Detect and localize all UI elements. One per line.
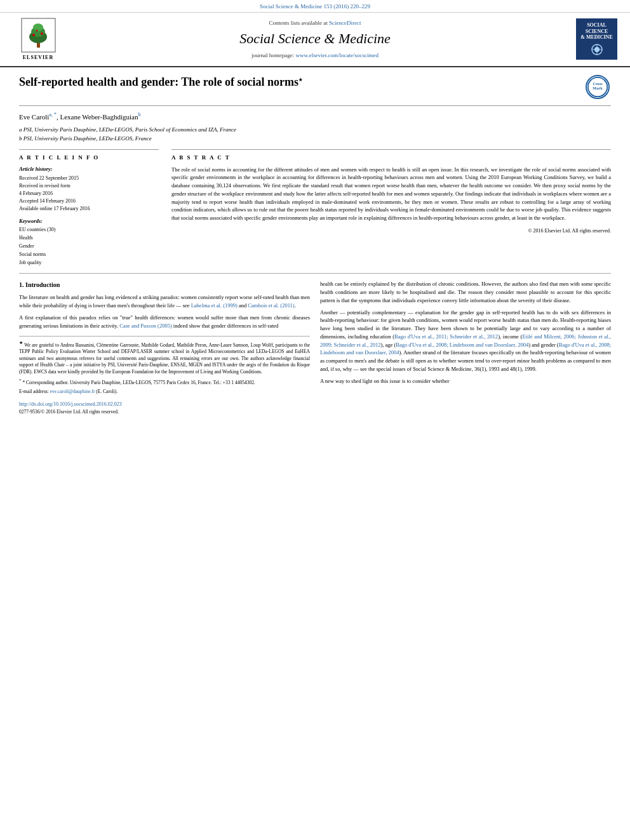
keywords-section: Keywords: EU countries (30) Health Gende… (19, 218, 159, 267)
logo-line3: & MEDICINE (580, 34, 612, 41)
svg-point-6 (36, 29, 37, 31)
keyword-2: Health (19, 234, 159, 243)
revised-date: 4 February 2016 (19, 190, 159, 197)
abstract-heading: A B S T R A C T (171, 154, 611, 162)
author2-name: , Lexane Weber-Baghdiguian (57, 112, 138, 120)
accepted-date: Accepted 14 February 2016 (19, 197, 159, 205)
intro-para1: The literature on health and gender has … (19, 293, 310, 310)
intro-para2: A first explanation of this paradox reli… (19, 314, 310, 330)
article-title-section: Self-reported health and gender: The rol… (19, 75, 611, 106)
article-content: Self-reported health and gender: The rol… (0, 67, 630, 423)
sciencedirect-link[interactable]: ScienceDirect (329, 20, 361, 26)
article-title: Self-reported health and gender: The rol… (19, 75, 579, 90)
affiliations: a PSI, University Paris Dauphine, LEDa-L… (19, 126, 611, 143)
crossmark-icon: Cross Mark (586, 75, 610, 99)
intro-title: 1. Introduction (19, 280, 310, 290)
section-divider (19, 273, 611, 274)
article-dates: Received 22 September 2015 Received in r… (19, 175, 159, 213)
article-info-abstract: A R T I C L E I N F O Article history: R… (19, 149, 611, 267)
homepage-line: journal homepage: www.elsevier.com/locat… (64, 51, 566, 60)
crossmark-badge: Cross Mark (586, 75, 611, 100)
right-para3: A new way to shed light on this issue is… (320, 377, 611, 385)
journal-logo-right: SOCIAL SCIENCE & MEDICINE (566, 18, 617, 60)
author1-super: a, * (49, 112, 57, 117)
keyword-4: Social norms (19, 251, 159, 259)
svg-point-3 (33, 23, 43, 31)
article-history-label: Article history: (19, 166, 159, 173)
issn-line: 0277-9536/© 2016 Elsevier Ltd. All right… (19, 409, 310, 416)
title-star: ★ (298, 77, 302, 83)
online-date: Available online 17 February 2016 (19, 205, 159, 213)
doi-line: http://dx.doi.org/10.1016/j.socscimed.20… (19, 401, 310, 408)
footnote-area: ★ We are grateful to Andrea Bassanini, C… (19, 336, 310, 415)
article-info-col: A R T I C L E I N F O Article history: R… (19, 149, 159, 267)
abstract-col: A B S T R A C T The role of social norms… (171, 149, 611, 267)
ref-bago-2011[interactable]: Bago d'Uva et al., 2011; Schneider et al… (394, 333, 498, 340)
keyword-5: Job quality (19, 259, 159, 267)
keyword-3: Gender (19, 243, 159, 251)
author2-super: b (138, 112, 140, 117)
journal-title-display: Social Science & Medicine (64, 29, 566, 49)
email-label: E-mail address: (19, 389, 49, 394)
author1-name: Eve Caroli (19, 112, 49, 120)
elsevier-wordmark: ELSEVIER (23, 54, 53, 61)
homepage-url[interactable]: www.elsevier.com/locate/socscimed (296, 52, 379, 58)
keywords-label: Keywords: (19, 218, 159, 225)
contents-available-text: Contents lists available at ScienceDirec… (64, 19, 566, 27)
journal-citation: Social Science & Medicine 153 (2016) 220… (260, 3, 370, 10)
footnote-corresponding: * * Corresponding author. University Par… (19, 378, 310, 386)
email-suffix: (E. Caroli). (96, 389, 117, 394)
journal-banner: Social Science & Medicine 153 (2016) 220… (0, 0, 630, 13)
affil-b: b PSI, University Paris Dauphine, LEDa-L… (19, 135, 611, 143)
ref-bago-2008[interactable]: Bago d'Uva et al., 2008; Lindeboom and v… (396, 342, 528, 348)
footnote-email: E-mail address: eve.caroli@dauphine.fr (… (19, 389, 310, 396)
journal-logo-box: SOCIAL SCIENCE & MEDICINE (576, 18, 617, 60)
footnote-star: ★ We are grateful to Andrea Bassanini, C… (19, 340, 310, 375)
ref-case-paxson[interactable]: Case and Paxson (2005) (119, 323, 171, 329)
logo-line1: SOCIAL (587, 22, 607, 29)
body-col-left: 1. Introduction The literature on health… (19, 280, 310, 415)
svg-point-5 (41, 32, 43, 35)
elsevier-logo: ELSEVIER (13, 18, 64, 61)
ref-cambois[interactable]: Cambois et al. (2011) (248, 302, 294, 309)
logo-line2: SCIENCE (586, 29, 608, 35)
authors-line: Eve Carolia, *, Lexane Weber-Baghdiguian… (19, 111, 611, 122)
svg-text:Cross: Cross (593, 81, 603, 86)
revised-label: Received in revised form (19, 182, 159, 190)
keyword-list: EU countries (30) Health Gender Social n… (19, 226, 159, 267)
elsevier-tree-icon (21, 18, 56, 53)
journal-header-center: Contents lists available at ScienceDirec… (64, 19, 566, 60)
body-columns: 1. Introduction The literature on health… (19, 280, 611, 415)
keyword-1: EU countries (30) (19, 226, 159, 234)
body-col-right: health can be entirely explained by the … (320, 280, 611, 415)
svg-point-4 (32, 34, 35, 36)
page: Social Science & Medicine 153 (2016) 220… (0, 0, 630, 840)
journal-header: ELSEVIER Contents lists available at Sci… (0, 13, 630, 67)
copyright-line: © 2016 Elsevier Ltd. All rights reserved… (171, 227, 611, 234)
affil-a: a PSI, University Paris Dauphine, LEDa-L… (19, 126, 611, 134)
doi-link[interactable]: http://dx.doi.org/10.1016/j.socscimed.20… (19, 401, 122, 407)
abstract-text: The role of social norms in accounting f… (171, 166, 611, 222)
right-para1: health can be entirely explained by the … (320, 280, 611, 304)
svg-text:Mark: Mark (593, 86, 603, 90)
email-link[interactable]: eve.caroli@dauphine.fr (50, 389, 95, 394)
journal-logo-icon (591, 43, 603, 56)
right-para2: Another — potentially complementary — ex… (320, 309, 611, 373)
ref-lahelma[interactable]: Lahelma et al. (1999) (191, 302, 238, 309)
article-info-heading: A R T I C L E I N F O (19, 154, 159, 162)
received-date: Received 22 September 2015 (19, 175, 159, 182)
